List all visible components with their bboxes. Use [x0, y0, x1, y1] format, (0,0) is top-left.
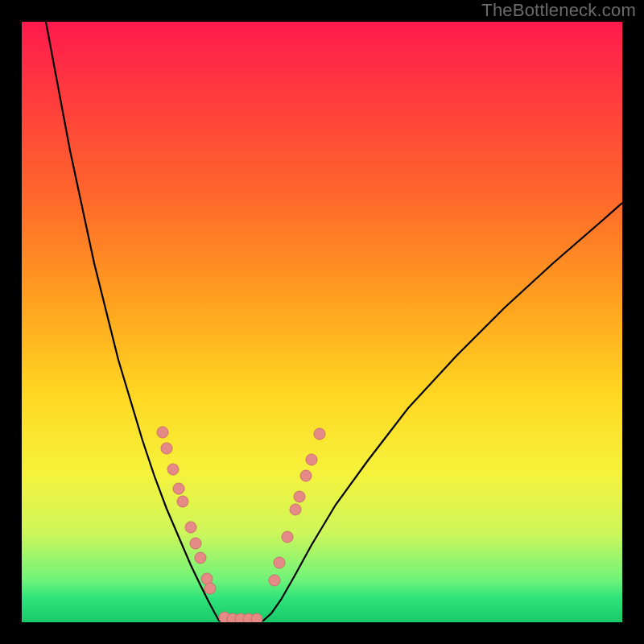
bottleneck-curve — [46, 22, 622, 622]
data-dot — [235, 613, 246, 622]
curve-dots — [157, 427, 325, 622]
data-dot — [204, 583, 216, 594]
data-dot — [201, 573, 213, 584]
data-dot — [306, 454, 317, 465]
data-dot — [185, 522, 196, 533]
data-dot — [294, 491, 305, 502]
chart-frame: TheBottleneck.com — [0, 0, 644, 644]
data-dot — [227, 613, 238, 622]
curve-svg — [22, 22, 622, 622]
data-dot — [300, 470, 312, 481]
data-dot — [243, 613, 254, 622]
data-dot — [177, 496, 188, 507]
data-dot — [167, 464, 179, 475]
data-dot — [161, 443, 172, 454]
data-dot — [190, 538, 201, 549]
plot-area — [22, 22, 622, 622]
data-dot — [314, 428, 325, 440]
data-dot — [173, 483, 184, 494]
data-dot — [219, 612, 230, 622]
data-dot — [290, 504, 301, 515]
data-dot — [195, 552, 206, 564]
data-dot — [251, 613, 262, 622]
watermark-text: TheBottleneck.com — [481, 0, 636, 21]
data-dot — [269, 575, 280, 586]
data-dot — [282, 531, 293, 543]
data-dot — [274, 557, 285, 568]
data-dot — [157, 427, 168, 438]
